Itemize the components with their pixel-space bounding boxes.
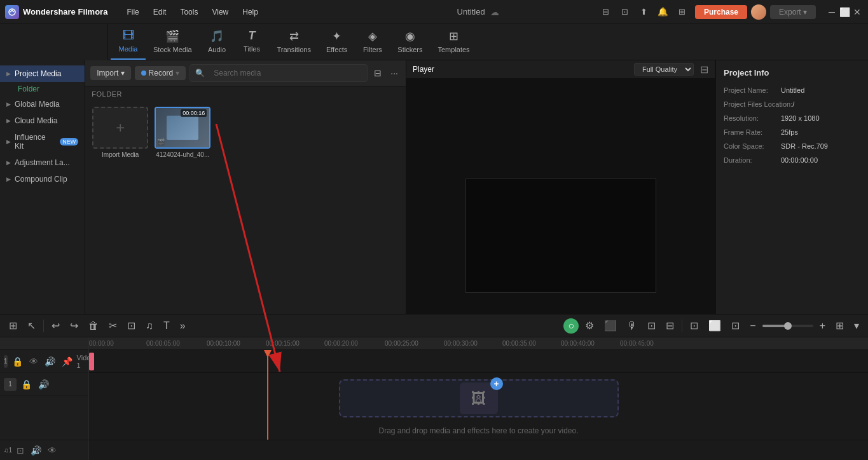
tl-clip-btn[interactable]: ⊟ xyxy=(662,317,678,334)
tl-voice-btn[interactable]: ⊡ xyxy=(644,317,659,334)
quality-select[interactable]: Full Quality1/21/4 xyxy=(634,63,694,76)
info-value-name: Untitled xyxy=(781,86,804,94)
folder-label: FOLDER xyxy=(85,86,406,102)
titles-tab-icon: T xyxy=(249,29,256,43)
grid-btn[interactable]: ⊞ xyxy=(673,3,691,21)
tab-stock-media-label: Stock Media xyxy=(153,46,192,53)
menu-edit[interactable]: Edit xyxy=(147,5,173,19)
audio-track-number-btn[interactable]: 1 xyxy=(4,378,17,391)
sidebar-folder-name[interactable]: Folder xyxy=(0,82,85,96)
audio-row-btn1[interactable]: ⊡ xyxy=(15,445,26,456)
tl-more-tools-btn[interactable]: » xyxy=(176,318,189,334)
expand-viewer-btn[interactable]: ⊟ xyxy=(700,64,708,76)
chevron-icon-5: ▶ xyxy=(6,159,11,166)
info-label-resolution: Resolution: xyxy=(724,114,781,122)
tl-expand-btn[interactable]: ▾ xyxy=(850,317,863,334)
save-btn[interactable]: ⊡ xyxy=(616,3,634,21)
info-label-duration: Duration: xyxy=(724,156,781,164)
sidebar-item-cloud-media[interactable]: ▶ Cloud Media xyxy=(0,112,85,129)
info-value-framerate: 25fps xyxy=(781,128,798,136)
viewer-tab-player[interactable]: Player xyxy=(413,65,434,74)
tab-templates[interactable]: ⊞ Templates xyxy=(430,24,477,60)
tl-layout-btn[interactable]: ⊞ xyxy=(832,317,848,334)
audio-lock-btn[interactable]: 🔒 xyxy=(19,379,34,390)
tab-transitions[interactable]: ⇄ Transitions xyxy=(270,24,319,60)
tl-audio-btn[interactable]: ♫ xyxy=(142,318,157,334)
win-restore-btn[interactable]: ⬜ xyxy=(839,6,850,18)
tab-effects[interactable]: ✦ Effects xyxy=(319,24,355,60)
pin-track-btn[interactable]: 📌 xyxy=(60,356,74,367)
video-clip-pink[interactable] xyxy=(89,353,94,370)
tl-scissors-btn[interactable]: ✂ xyxy=(105,317,121,334)
tab-effects-label: Effects xyxy=(326,46,347,53)
notification-btn[interactable]: 🔔 xyxy=(654,3,672,21)
sidebar-item-influence-kit[interactable]: ▶ Influence Kit NEW xyxy=(0,129,85,154)
video-media-thumb: 00:00:16 🎬 xyxy=(155,107,210,149)
sidebar-item-project-media[interactable]: ▶ Project Media xyxy=(0,65,85,82)
info-row-name: Project Name: Untitled xyxy=(724,86,860,94)
tab-stock-media[interactable]: 🎬 Stock Media xyxy=(146,24,200,60)
tl-separator-2 xyxy=(682,320,682,332)
video-track-number-btn[interactable]: 1 xyxy=(4,355,8,368)
timeline-body: 1 🔒 👁 🔊 📌 Video 1 1 🔒 🔊 00:00:00 00:00:0… xyxy=(0,337,868,440)
record-button[interactable]: Record ▾ xyxy=(135,66,186,80)
purchase-button[interactable]: Purchase xyxy=(695,5,747,19)
avatar[interactable] xyxy=(751,4,766,20)
tl-delete-btn[interactable]: 🗑 xyxy=(85,318,102,334)
playhead xyxy=(267,350,268,440)
win-close-btn[interactable]: ✕ xyxy=(851,6,863,18)
tl-add-media-btn[interactable]: ○ xyxy=(563,318,579,334)
audio-mute-btn[interactable]: 🔊 xyxy=(36,379,51,390)
win-minimize-btn[interactable]: ─ xyxy=(826,6,837,18)
audio-row-btn2[interactable]: 🔊 xyxy=(29,445,43,456)
export-button[interactable]: Export ▾ xyxy=(770,5,816,19)
tl-settings-btn[interactable]: ⚙ xyxy=(581,317,598,334)
audio-track-row: ♫1 ⊡ 🔊 👁 xyxy=(0,440,868,460)
tl-speed-btn[interactable]: ⊡ xyxy=(686,317,702,334)
import-button[interactable]: Import ▾ xyxy=(90,66,130,80)
mute-track-btn[interactable]: 🔊 xyxy=(43,356,57,367)
templates-tab-icon: ⊞ xyxy=(449,29,458,43)
drop-zone-container: 🖼 + xyxy=(89,373,868,424)
menu-tools[interactable]: Tools xyxy=(174,5,204,19)
menu-bar: File Edit Tools View Help xyxy=(120,5,359,19)
minimize-panel-btn[interactable]: ⊟ xyxy=(597,3,615,21)
sidebar-item-compound-clip[interactable]: ▶ Compound Clip xyxy=(0,171,85,187)
menu-file[interactable]: File xyxy=(120,5,145,19)
eye-track-btn[interactable]: 👁 xyxy=(27,356,40,367)
add-media-plus-icon: + xyxy=(490,377,503,390)
tl-marker-btn[interactable]: ⬛ xyxy=(600,317,621,334)
filters-tab-icon: ◈ xyxy=(368,29,377,43)
sidebar-item-adjustment[interactable]: ▶ Adjustment La... xyxy=(0,154,85,171)
tl-screen-btn[interactable]: ⬜ xyxy=(705,317,725,334)
tl-split-btn[interactable]: ⊞ xyxy=(5,317,21,334)
upload-btn[interactable]: ⬆ xyxy=(635,3,653,21)
more-button[interactable]: ··· xyxy=(388,65,401,81)
audio-row-btn3[interactable]: 👁 xyxy=(46,445,59,456)
tab-audio[interactable]: 🎵 Audio xyxy=(200,24,235,60)
zoom-slider[interactable] xyxy=(762,325,813,327)
menu-help[interactable]: Help xyxy=(236,5,265,19)
window-controls: ─ ⬜ ✕ xyxy=(826,6,863,18)
audio-track-labels-row: ♫1 ⊡ 🔊 👁 xyxy=(0,440,89,460)
import-media-label: Import Media xyxy=(102,151,139,158)
filter-button[interactable]: ⊟ xyxy=(371,65,384,81)
tl-mic-btn[interactable]: 🎙 xyxy=(623,318,641,334)
sidebar-item-global-media[interactable]: ▶ Global Media xyxy=(0,96,85,112)
zoom-in-btn[interactable]: + xyxy=(816,318,829,334)
tl-redo-btn[interactable]: ↪ xyxy=(66,317,82,334)
tl-crop-btn[interactable]: ⊡ xyxy=(123,317,139,334)
tab-stickers[interactable]: ◉ Stickers xyxy=(390,24,430,60)
tab-titles[interactable]: T Titles xyxy=(235,24,270,60)
project-title: Untitled xyxy=(457,7,485,17)
menu-view[interactable]: View xyxy=(205,5,235,19)
search-input[interactable] xyxy=(207,66,362,80)
tl-select-btn[interactable]: ↖ xyxy=(24,317,39,334)
tl-undo-btn[interactable]: ↩ xyxy=(48,317,64,334)
tl-caption-btn[interactable]: ⊡ xyxy=(727,317,743,334)
zoom-out-btn[interactable]: − xyxy=(746,318,759,334)
lock-track-btn[interactable]: 🔒 xyxy=(10,356,25,367)
tab-filters[interactable]: ◈ Filters xyxy=(355,24,390,60)
tl-text-btn[interactable]: T xyxy=(160,318,174,334)
tab-media[interactable]: 🎞 Media xyxy=(111,24,146,60)
